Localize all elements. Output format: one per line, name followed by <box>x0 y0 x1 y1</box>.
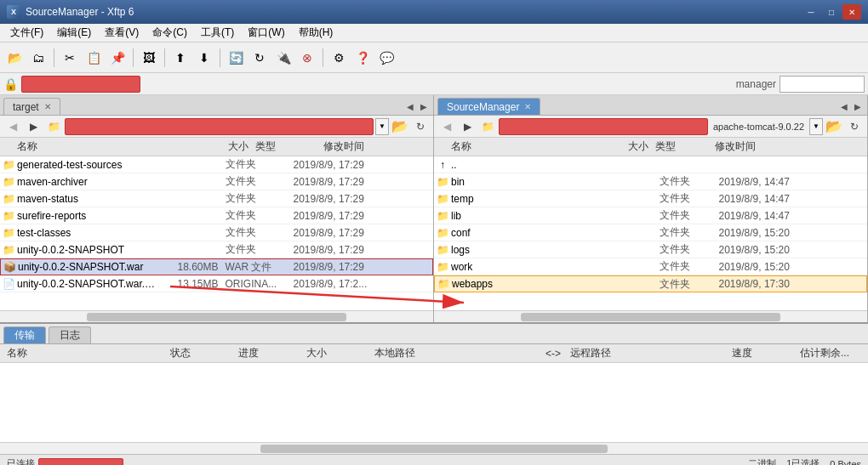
right-tab-next[interactable]: ▶ <box>852 100 864 112</box>
menu-help[interactable]: 帮助(H) <box>292 24 340 42</box>
file-mtime: 2019/8/9, 17:29 <box>294 193 434 205</box>
left-file-row[interactable]: 📁unity-0.0.2-SNAPSHOT文件夹2019/8/9, 17:29 <box>0 241 433 258</box>
left-file-row[interactable]: 📦unity-0.0.2-SNAPSHOT.war18.60MBWAR 文件20… <box>0 258 433 275</box>
right-panel: SourceManager ✕ ◀ ▶ ◀ ▶ 📁 apache-tomcat-… <box>434 95 868 322</box>
th-local: 本地路径 <box>374 346 536 360</box>
folder-icon: 📁 <box>0 227 17 239</box>
right-path-input[interactable] <box>499 118 708 135</box>
toolbar-chat[interactable]: 💬 <box>375 47 397 69</box>
right-hscroll[interactable] <box>434 310 867 322</box>
right-file-row[interactable]: 📁lib文件夹2019/8/9, 14:47 <box>434 207 867 224</box>
left-file-row[interactable]: 📁maven-status文件夹2019/8/9, 17:29 <box>0 190 433 207</box>
right-tab-sourcemanager[interactable]: SourceManager ✕ <box>437 98 540 115</box>
right-tab-close[interactable]: ✕ <box>524 102 531 111</box>
left-file-row[interactable]: 📁test-classes文件夹2019/8/9, 17:29 <box>0 224 433 241</box>
toolbar-settings[interactable]: ⚙ <box>328 47 350 69</box>
right-file-row[interactable]: 📁logs文件夹2019/8/9, 15:20 <box>434 241 867 258</box>
menu-file[interactable]: 文件(F) <box>3 24 50 42</box>
right-new-folder[interactable]: 📂 <box>825 118 843 135</box>
transfer-tab-transfer[interactable]: 传输 <box>3 326 46 343</box>
left-back-btn[interactable]: ◀ <box>3 118 22 135</box>
file-type: 文件夹 <box>226 157 294 172</box>
right-forward-btn[interactable]: ▶ <box>458 118 477 135</box>
left-file-row[interactable]: 📁generated-test-sources文件夹2019/8/9, 17:2… <box>0 156 433 173</box>
file-type: 文件夹 <box>226 208 294 223</box>
transfer-tab-log[interactable]: 日志 <box>49 326 91 343</box>
file-name: maven-archiver <box>17 176 157 188</box>
left-path-input[interactable] <box>65 118 374 135</box>
right-refresh[interactable]: ↻ <box>845 118 864 135</box>
toolbar-disconnect[interactable]: ⊗ <box>296 47 318 69</box>
right-file-row[interactable]: 📁temp文件夹2019/8/9, 14:47 <box>434 190 867 207</box>
menu-tools[interactable]: 工具(T) <box>194 24 241 42</box>
left-col-mtime[interactable]: 修改时间 <box>323 139 433 154</box>
left-tab-close[interactable]: ✕ <box>44 102 51 111</box>
right-up-btn[interactable]: 📁 <box>478 118 497 135</box>
menu-window[interactable]: 窗口(W) <box>241 24 291 42</box>
maximize-button[interactable]: □ <box>822 4 841 20</box>
toolbar-open[interactable]: 🗂 <box>27 47 49 69</box>
toolbar-refresh[interactable]: ↻ <box>248 47 271 69</box>
th-arrow: <-> <box>536 348 570 360</box>
right-file-row[interactable]: 📁conf文件夹2019/8/9, 15:20 <box>434 224 867 241</box>
left-forward-btn[interactable]: ▶ <box>24 118 43 135</box>
left-file-row[interactable]: 📁surefire-reports文件夹2019/8/9, 17:29 <box>0 207 433 224</box>
right-col-name[interactable]: 名称 <box>434 139 596 154</box>
left-new-folder[interactable]: 📂 <box>391 118 409 135</box>
separator-2 <box>133 48 134 67</box>
left-up-btn[interactable]: 📁 <box>44 118 63 135</box>
left-refresh[interactable]: ↻ <box>411 118 430 135</box>
right-path-dropdown[interactable]: ▼ <box>809 118 823 135</box>
address-input-red[interactable] <box>21 76 140 93</box>
password-input[interactable] <box>779 76 865 93</box>
toolbar-connect[interactable]: 🔌 <box>272 47 294 69</box>
toolbar-view[interactable]: 🖼 <box>138 47 160 69</box>
right-file-row[interactable]: ↑.. <box>434 156 867 173</box>
left-file-row[interactable]: 📄unity-0.0.2-SNAPSHOT.war.o...13.15MBORI… <box>0 275 433 292</box>
left-hscroll[interactable] <box>0 310 433 322</box>
left-tab-next[interactable]: ▶ <box>418 100 430 112</box>
toolbar-upload[interactable]: ⬆ <box>169 47 191 69</box>
right-file-list-header: 名称 大小 类型 修改时间 <box>434 138 867 156</box>
minimize-button[interactable]: ─ <box>802 4 820 20</box>
file-mtime: 2019/8/9, 14:47 <box>719 193 868 205</box>
toolbar-cut[interactable]: ✂ <box>59 47 81 69</box>
right-file-row[interactable]: 📁bin文件夹2019/8/9, 14:47 <box>434 173 867 190</box>
right-back-btn[interactable]: ◀ <box>437 118 456 135</box>
left-col-size[interactable]: 大小 <box>187 139 255 154</box>
left-tab-prev[interactable]: ◀ <box>404 100 416 112</box>
title-text: X SourceManager - Xftp 6 <box>7 5 134 19</box>
right-col-mtime[interactable]: 修改时间 <box>715 139 867 154</box>
file-name: logs <box>451 244 600 256</box>
right-hscroll-bar <box>521 313 780 321</box>
toolbar-sync[interactable]: 🔄 <box>225 47 247 69</box>
right-file-row[interactable]: 📁webapps文件夹2019/8/9, 17:30 <box>434 275 867 292</box>
right-col-type[interactable]: 类型 <box>655 139 715 154</box>
right-tab-prev[interactable]: ◀ <box>838 100 850 112</box>
left-tab-target[interactable]: target ✕ <box>3 98 60 115</box>
toolbar-paste[interactable]: 📌 <box>106 47 128 69</box>
toolbar-copy[interactable]: 📋 <box>83 47 105 69</box>
file-name: generated-test-sources <box>17 159 157 171</box>
menu-edit[interactable]: 编辑(E) <box>50 24 98 42</box>
toolbar-download[interactable]: ⬇ <box>193 47 215 69</box>
file-type: 文件夹 <box>660 174 719 189</box>
file-mtime: 2019/8/9, 17:29 <box>294 176 434 188</box>
left-col-name[interactable]: 名称 <box>0 139 187 154</box>
file-name: webapps <box>452 278 600 290</box>
toolbar-new-session[interactable]: 📂 <box>3 47 26 69</box>
toolbar-help[interactable]: ❓ <box>351 47 374 69</box>
file-type: 文件夹 <box>226 174 294 189</box>
menu-command[interactable]: 命令(C) <box>146 24 194 42</box>
right-col-size[interactable]: 大小 <box>596 139 655 154</box>
right-file-row[interactable]: 📁work文件夹2019/8/9, 15:20 <box>434 258 867 275</box>
transfer-area: 传输 日志 名称 状态 进度 大小 本地路径 <-> 远程路径 速度 估计剩余.… <box>0 322 868 454</box>
transfer-mode-label: 二进制 <box>748 457 776 465</box>
transfer-hscroll[interactable] <box>0 442 868 454</box>
menu-view[interactable]: 查看(V) <box>98 24 146 42</box>
left-path-dropdown[interactable]: ▼ <box>375 118 389 135</box>
close-button[interactable]: ✕ <box>842 4 861 20</box>
window-controls: ─ □ ✕ <box>802 4 861 20</box>
left-file-row[interactable]: 📁maven-archiver文件夹2019/8/9, 17:29 <box>0 173 433 190</box>
left-col-type[interactable]: 类型 <box>255 139 323 154</box>
